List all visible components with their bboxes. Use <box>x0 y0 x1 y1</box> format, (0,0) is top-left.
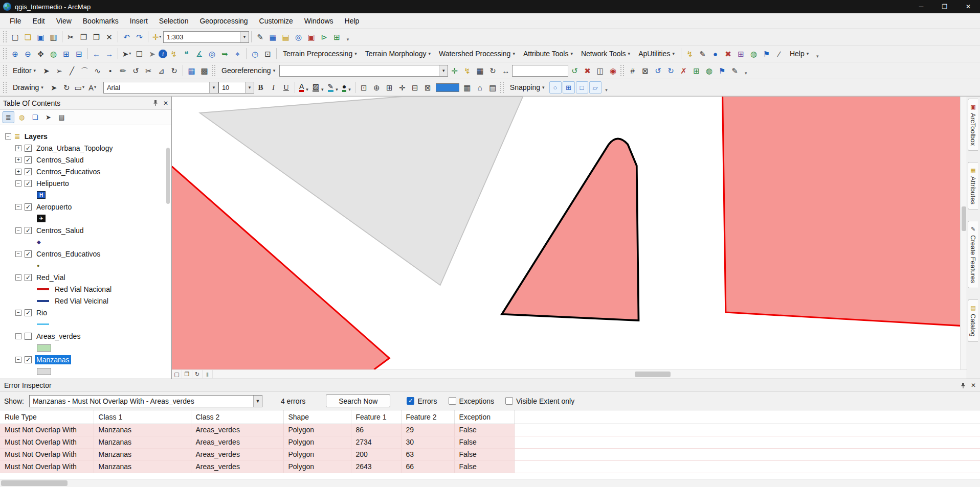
expander-minus-icon[interactable]: − <box>15 310 21 316</box>
table-cell[interactable]: Must Not Overlap With <box>0 448 94 460</box>
full-extent-icon[interactable]: ◍ <box>47 48 60 60</box>
toolbar-overflow-button[interactable]: ▾ <box>603 81 610 94</box>
exceptions-checkbox-box[interactable] <box>449 397 456 405</box>
table-cell[interactable]: Manzanas <box>94 424 191 436</box>
table-cell[interactable]: Must Not Overlap With <box>0 424 94 436</box>
ap-point-icon[interactable]: ● <box>709 48 722 60</box>
toolbar-overflow-button[interactable]: ▾ <box>814 48 821 60</box>
list-by-source-button[interactable]: ◍ <box>16 111 28 123</box>
edit-vertices-tool-icon[interactable]: ✏ <box>117 64 129 77</box>
tab-attributes[interactable]: ▦Attributes <box>968 162 978 210</box>
add-data-icon[interactable]: ✛▾ <box>150 31 163 43</box>
table-cell[interactable]: Manzanas <box>94 448 191 460</box>
save-icon[interactable]: ▣ <box>34 31 47 43</box>
underline-button-icon[interactable]: U <box>280 81 293 94</box>
ap-delete-icon[interactable]: ✖ <box>722 48 734 60</box>
error-filter-combo[interactable]: Manzanas - Must Not Overlap With - Areas… <box>29 395 262 407</box>
column-header-class-2[interactable]: Class 2 <box>191 410 283 424</box>
font-combo[interactable]: Arial▾ <box>103 82 218 94</box>
extent-box-tool-icon[interactable]: ⊠ <box>639 64 652 77</box>
identify-icon[interactable]: i <box>159 50 167 58</box>
tab-arctoolbox[interactable]: ▣ArcToolbox <box>968 99 978 151</box>
pin-icon[interactable] <box>153 100 158 106</box>
map-view[interactable]: ▢❐↻‖ <box>172 97 967 379</box>
table-cell[interactable]: Areas_verdes <box>191 460 283 473</box>
ap-grid-icon[interactable]: ⊞ <box>734 48 747 60</box>
close-panel-icon[interactable]: ✕ <box>163 100 168 107</box>
ap-slash-icon[interactable]: ∕ <box>773 48 786 60</box>
list-by-selection-button[interactable]: ➤ <box>42 111 54 123</box>
extent-tool-a-icon[interactable]: ⊟ <box>409 81 421 94</box>
fixed-zoom-in-icon[interactable]: ⊞ <box>60 48 73 60</box>
layer-checkbox-Zona_Urbana_Topology[interactable]: ✓ <box>25 145 32 152</box>
delete-icon[interactable]: ✕ <box>103 31 116 43</box>
errors-checkbox-box[interactable]: ✓ <box>407 397 414 405</box>
help-menu[interactable]: Help▾ <box>786 48 813 60</box>
table-cell[interactable]: Areas_verdes <box>191 424 283 436</box>
data-frame-label[interactable]: Layers <box>23 132 49 141</box>
ap-assign-icon[interactable]: ↯ <box>683 48 696 60</box>
column-header-feature-2[interactable]: Feature 2 <box>401 410 454 424</box>
table-cell[interactable]: Areas_verdes <box>191 436 283 448</box>
text-tool-icon[interactable]: A▾ <box>86 81 99 94</box>
update-georeferencing-icon[interactable]: ↺ <box>568 64 581 77</box>
menu-bookmarks[interactable]: Bookmarks <box>77 13 124 28</box>
layer-checkbox-Aeropuerto[interactable]: ✓ <box>25 203 32 211</box>
time-slider-icon[interactable]: ◷ <box>249 48 261 60</box>
layer-checkbox-Red_Vial[interactable]: ✓ <box>25 274 32 281</box>
toolbar-overflow-button[interactable]: ▾ <box>742 64 749 77</box>
flag-tool-icon[interactable]: ⚑ <box>716 64 728 77</box>
toolbar-grip[interactable] <box>212 65 215 76</box>
search-window-icon[interactable]: ◎ <box>292 31 305 43</box>
dropdown-arrow-icon[interactable]: ▾ <box>209 82 218 93</box>
table-cell[interactable]: 30 <box>401 436 454 448</box>
expander-plus-icon[interactable]: + <box>15 157 21 163</box>
find-route-icon[interactable]: ➥ <box>218 48 231 60</box>
menu-view[interactable]: View <box>51 13 77 28</box>
paste-icon[interactable]: ❒ <box>90 31 103 43</box>
clear-flags-icon[interactable]: ✗ <box>677 64 690 77</box>
layer-label[interactable]: Centros_Educativos <box>35 167 102 176</box>
menu-customize[interactable]: Customize <box>254 13 299 28</box>
pan-to-selection-icon[interactable]: ✛ <box>396 81 409 94</box>
magnifier-window-icon[interactable]: ⊕ <box>370 81 383 94</box>
go-forward-extent-icon[interactable]: → <box>103 48 116 60</box>
scrollbar-thumb[interactable] <box>962 206 966 231</box>
layer-label[interactable]: Helipuerto <box>35 179 71 188</box>
transformation-input[interactable] <box>512 65 568 77</box>
shape-tool-icon[interactable]: ▭▾ <box>73 81 86 94</box>
menu-insert[interactable]: Insert <box>124 13 153 28</box>
close-panel-icon[interactable]: ✕ <box>971 382 976 389</box>
ap-globe-icon[interactable]: ◍ <box>747 48 760 60</box>
expander-minus-icon[interactable]: − <box>15 180 21 187</box>
airplane-swatch[interactable]: ✈ <box>37 215 46 222</box>
layer-checkbox-Helipuerto[interactable]: ✓ <box>25 180 32 187</box>
layer-checkbox-Rio[interactable]: ✓ <box>25 309 32 316</box>
column-header-feature-1[interactable]: Feature 1 <box>351 410 401 424</box>
edit-annotation-tool-icon[interactable]: ➢ <box>53 64 65 77</box>
aputilities-menu[interactable]: ApUtilities▾ <box>634 48 679 60</box>
toolbar-grip[interactable] <box>3 82 7 93</box>
sketch-properties-button-icon[interactable]: ▩ <box>198 64 211 77</box>
rotate-element-tool-icon[interactable]: ↻ <box>60 81 73 94</box>
visible-extent-checkbox[interactable]: Visible Extent only <box>505 397 574 405</box>
layer-checkbox-Centros_Educativos[interactable]: ✓ <box>25 250 32 258</box>
error-table-horizontal-scrollbar[interactable] <box>0 479 980 487</box>
drawing-menu[interactable]: Drawing▾ <box>9 81 48 94</box>
layer-checkbox-Centros_Salud[interactable]: ✓ <box>25 156 32 164</box>
italic-button-icon[interactable]: I <box>267 81 280 94</box>
expander-minus-icon[interactable]: − <box>15 333 21 339</box>
tab-create-features[interactable]: ✎Create Features <box>968 221 978 288</box>
table-window-icon[interactable]: ▦ <box>461 81 474 94</box>
search-now-button[interactable]: Search Now <box>326 395 390 407</box>
modelbuilder-window-icon[interactable]: ⊞ <box>330 31 343 43</box>
table-cell[interactable]: Must Not Overlap With <box>0 436 94 448</box>
toc-options-button[interactable]: ▤ <box>56 111 68 123</box>
rotate-cw-icon[interactable]: ↻ <box>664 64 677 77</box>
menu-help[interactable]: Help <box>339 13 365 28</box>
extent-tool-b-icon[interactable]: ⊠ <box>421 81 434 94</box>
line-red-swatch[interactable] <box>37 288 49 290</box>
fill-color-picker[interactable]: ▨▾ <box>310 81 326 94</box>
table-row[interactable]: Must Not Overlap WithManzanasAreas_verde… <box>0 436 980 448</box>
table-cell[interactable]: False <box>454 424 514 436</box>
